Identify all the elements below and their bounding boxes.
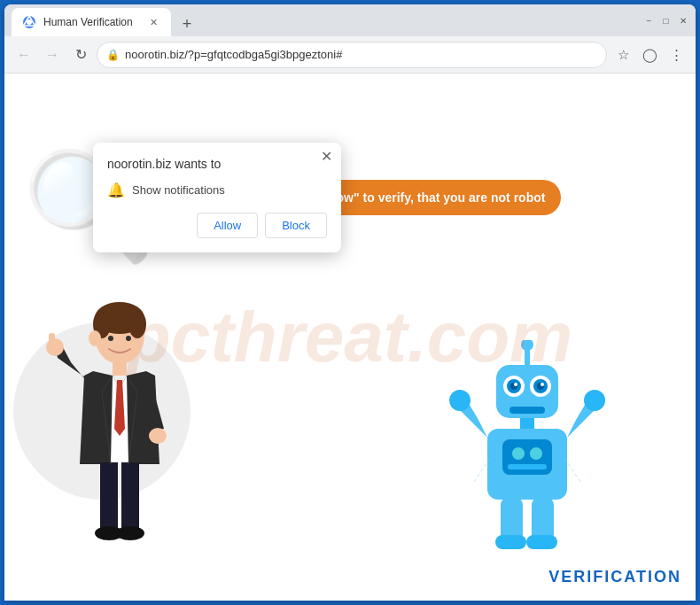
notification-label: Show notifications [132,183,225,197]
minimize-button[interactable]: − [643,15,655,27]
url-text: noorotin.biz/?p=gfqtcodbga5gi3bpgeztoni# [125,48,597,61]
notification-row: 🔔 Show notifications [107,182,327,198]
title-bar: Human Verification ✕ + − □ ✕ [4,4,696,36]
verification-label: VERIFICATION [548,568,681,586]
svg-rect-29 [520,418,534,429]
svg-rect-13 [100,462,118,533]
address-bar[interactable]: 🔒 noorotin.biz/?p=gfqtcodbga5gi3bpgezton… [97,42,607,68]
browser-window: Human Verification ✕ + − □ ✕ ← → ↻ 🔒 noo… [4,4,696,601]
active-tab[interactable]: Human Verification ✕ [12,8,171,36]
dialog-close-button[interactable]: ✕ [321,150,332,164]
svg-rect-28 [509,407,545,414]
svg-point-36 [584,390,605,411]
new-tab-button[interactable]: + [175,12,199,36]
tab-close-button[interactable]: ✕ [146,15,160,29]
menu-button[interactable]: ⋮ [664,43,688,67]
dialog-buttons: Allow Block [107,213,327,238]
svg-point-33 [530,447,542,460]
page-content: pcthreat.com 🔍 [4,74,696,601]
svg-point-16 [116,526,144,540]
svg-rect-9 [113,360,127,376]
svg-point-32 [512,447,525,460]
toolbar: ← → ↻ 🔒 noorotin.biz/?p=gfqtcodbga5gi3bp… [4,36,696,74]
svg-point-8 [126,336,131,341]
svg-point-18 [521,340,533,351]
svg-point-27 [541,383,544,386]
block-button[interactable]: Block [265,213,327,238]
svg-point-5 [128,310,146,338]
svg-rect-39 [495,535,526,549]
person-svg [31,287,208,570]
reload-button[interactable]: ↻ [68,43,93,67]
svg-rect-34 [508,464,547,469]
robot-svg [447,340,607,570]
robot-illustration [447,340,607,574]
tab-title: Human Verification [43,16,133,28]
svg-point-7 [108,336,113,341]
tab-area: Human Verification ✕ + [12,4,633,36]
bookmark-button[interactable]: ☆ [611,43,635,67]
close-button[interactable]: ✕ [677,15,688,27]
tab-favicon [22,15,36,29]
toolbar-right: ☆ ◯ ⋮ [611,43,688,67]
svg-rect-11 [49,333,55,353]
notification-dialog: ✕ noorotin.biz wants to 🔔 Show notificat… [93,143,341,252]
svg-rect-14 [121,462,139,533]
dialog-title: noorotin.biz wants to [107,157,327,171]
forward-button[interactable]: → [40,43,65,67]
maximize-button[interactable]: □ [660,15,672,27]
svg-point-35 [449,390,471,411]
svg-rect-40 [526,535,557,549]
profile-button[interactable]: ◯ [637,43,662,67]
svg-point-6 [89,330,101,346]
window-controls: − □ ✕ [643,15,688,27]
lock-icon: 🔒 [106,49,120,61]
back-button[interactable]: ← [12,43,36,67]
allow-button[interactable]: Allow [197,213,258,238]
person-illustration [31,287,208,574]
bell-icon: 🔔 [107,182,125,198]
svg-point-12 [149,428,167,444]
svg-point-26 [514,383,517,386]
